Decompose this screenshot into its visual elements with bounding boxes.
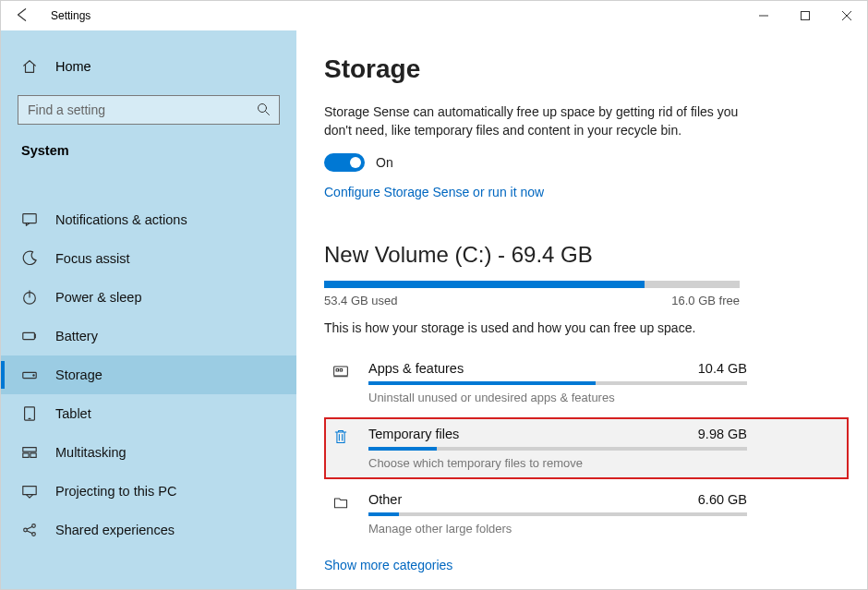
titlebar: Settings [1,1,867,30]
svg-rect-8 [23,448,36,452]
nav-item-label: Battery [55,329,98,343]
category-sub: Uninstall unused or undesired apps & fea… [368,391,747,404]
storage-sense-description: Storage Sense can automatically free up … [324,102,740,140]
svg-point-14 [32,533,36,536]
drive-icon [21,367,38,383]
volume-usage-bar [324,281,740,288]
category-bar [368,447,747,451]
apps-icon [328,361,354,404]
nav-multitasking[interactable]: Multitasking [1,433,296,472]
svg-rect-9 [23,453,29,458]
nav-home-label: Home [55,59,91,74]
nav-item-label: Tablet [55,406,91,421]
window-title: Settings [51,9,90,22]
category-temporary-files[interactable]: Temporary files9.98 GBChoose which tempo… [324,417,849,479]
nav-tablet[interactable]: Tablet [1,394,296,433]
svg-point-13 [32,524,36,528]
search-input[interactable] [18,95,280,125]
category-sub: Manage other large folders [368,522,747,536]
category-other[interactable]: Other6.60 GBManage other large folders [324,483,849,545]
multitask-icon [21,444,38,461]
nav-power-sleep[interactable]: Power & sleep [1,278,296,317]
svg-point-12 [24,528,28,532]
nav-focus-assist[interactable]: Focus assist [1,239,296,278]
svg-rect-10 [30,453,36,458]
category-bar [368,512,747,516]
nav-home[interactable]: Home [1,51,296,82]
svg-rect-11 [23,487,36,495]
nav-item-label: Focus assist [55,251,130,266]
category-apps-features[interactable]: Apps & features10.4 GBUninstall unused o… [324,352,849,414]
page-title: Storage [324,54,849,84]
nav-item-label: Power & sleep [55,290,142,305]
category-name: Apps & features [368,361,464,376]
volume-title: New Volume (C:) - 69.4 GB [324,242,849,268]
nav-item-label: Storage [55,367,102,382]
search-icon [257,102,271,120]
nav-item-label: Shared experiences [55,523,175,537]
nav-battery[interactable]: Battery [1,317,296,355]
svg-rect-16 [336,368,338,370]
message-icon [21,211,38,228]
home-icon [21,58,38,75]
show-more-categories-link[interactable]: Show more categories [324,558,849,572]
section-header: System [1,141,296,171]
nav-item-label: Projecting to this PC [55,484,176,499]
svg-rect-4 [23,332,35,339]
close-button[interactable] [826,1,867,30]
trash-icon [328,427,354,470]
category-size: 10.4 GB [698,361,747,376]
category-bar [368,381,747,385]
svg-rect-2 [23,214,36,223]
nav-list: Notifications & actions Focus assist Pow… [1,200,296,549]
storage-sense-toggle[interactable] [324,153,365,172]
nav-item-label: Notifications & actions [55,212,187,227]
folder-icon [328,492,354,536]
svg-rect-0 [801,12,809,20]
moon-icon [21,250,38,267]
power-icon [21,289,38,306]
volume-free-label: 16.0 GB free [671,294,740,307]
category-name: Other [368,492,402,507]
nav-storage[interactable]: Storage [1,355,296,394]
category-sub: Choose which temporary files to remove [368,456,747,470]
share-icon [21,522,38,538]
content-pane: Storage Storage Sense can automatically … [296,30,867,589]
configure-storage-sense-link[interactable]: Configure Storage Sense or run it now [324,185,849,199]
back-button[interactable] [10,5,34,28]
volume-howtext: This is how your storage is used and how… [324,320,849,335]
toggle-state-label: On [376,155,393,170]
svg-rect-17 [340,368,342,370]
svg-point-6 [33,375,34,376]
svg-point-1 [259,104,267,113]
sidebar: Home System Notifications & actions Focu… [1,30,296,589]
minimize-button[interactable] [742,1,784,30]
nav-notifications[interactable]: Notifications & actions [1,200,296,239]
maximize-button[interactable] [784,1,826,30]
nav-projecting[interactable]: Projecting to this PC [1,472,296,511]
volume-used-label: 53.4 GB used [324,294,398,307]
category-name: Temporary files [368,427,459,441]
nav-item-label: Multitasking [55,445,127,460]
battery-icon [21,328,38,344]
project-icon [21,483,38,500]
category-size: 9.98 GB [698,427,747,441]
nav-shared-experiences[interactable]: Shared experiences [1,511,296,549]
category-size: 6.60 GB [698,492,747,507]
tablet-icon [21,405,38,422]
